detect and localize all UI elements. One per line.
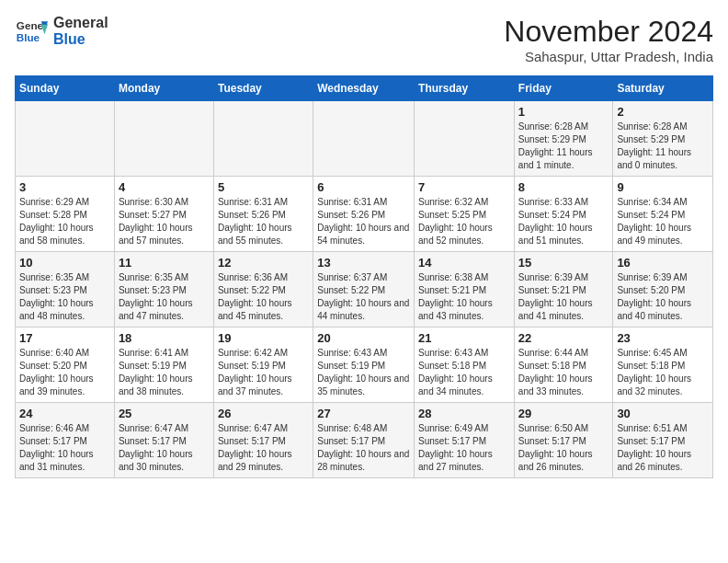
calendar-cell: 22Sunrise: 6:44 AM Sunset: 5:18 PM Dayli…: [514, 327, 613, 403]
day-info: Sunrise: 6:39 AM Sunset: 5:20 PM Dayligh…: [617, 271, 709, 323]
day-number: 24: [19, 407, 110, 420]
day-number: 3: [19, 180, 110, 194]
day-number: 26: [218, 407, 309, 420]
weekday-header-saturday: Saturday: [613, 76, 713, 101]
day-number: 16: [617, 256, 709, 270]
calendar-cell: 23Sunrise: 6:45 AM Sunset: 5:18 PM Dayli…: [613, 327, 713, 403]
day-number: 7: [418, 180, 510, 194]
calendar-cell: 30Sunrise: 6:51 AM Sunset: 5:17 PM Dayli…: [613, 403, 713, 478]
day-info: Sunrise: 6:35 AM Sunset: 5:23 PM Dayligh…: [119, 271, 210, 323]
day-info: Sunrise: 6:30 AM Sunset: 5:27 PM Dayligh…: [119, 196, 210, 247]
day-info: Sunrise: 6:46 AM Sunset: 5:17 PM Dayligh…: [19, 422, 110, 474]
calendar-cell: 15Sunrise: 6:39 AM Sunset: 5:21 PM Dayli…: [514, 252, 613, 327]
day-info: Sunrise: 6:32 AM Sunset: 5:25 PM Dayligh…: [418, 196, 510, 247]
calendar-cell: 16Sunrise: 6:39 AM Sunset: 5:20 PM Dayli…: [613, 252, 713, 327]
day-number: 6: [317, 180, 410, 194]
calendar-cell: 19Sunrise: 6:42 AM Sunset: 5:19 PM Dayli…: [213, 327, 313, 403]
day-number: 20: [317, 331, 410, 345]
calendar-cell: 3Sunrise: 6:29 AM Sunset: 5:28 PM Daylig…: [16, 177, 115, 252]
svg-text:Blue: Blue: [17, 31, 40, 43]
calendar-row-2: 10Sunrise: 6:35 AM Sunset: 5:23 PM Dayli…: [16, 252, 713, 327]
day-number: 10: [19, 256, 110, 270]
day-info: Sunrise: 6:37 AM Sunset: 5:22 PM Dayligh…: [317, 271, 410, 323]
calendar-cell: 28Sunrise: 6:49 AM Sunset: 5:17 PM Dayli…: [415, 403, 515, 478]
day-info: Sunrise: 6:38 AM Sunset: 5:21 PM Dayligh…: [418, 271, 510, 323]
day-info: Sunrise: 6:43 AM Sunset: 5:19 PM Dayligh…: [317, 347, 410, 398]
calendar-body: 1Sunrise: 6:28 AM Sunset: 5:29 PM Daylig…: [16, 101, 713, 478]
day-info: Sunrise: 6:43 AM Sunset: 5:18 PM Dayligh…: [418, 347, 510, 398]
weekday-header-friday: Friday: [514, 76, 613, 101]
day-number: 8: [518, 180, 609, 194]
weekday-header-sunday: Sunday: [16, 76, 115, 101]
day-number: 21: [418, 331, 510, 345]
day-number: 22: [518, 331, 609, 345]
calendar-cell: 6Sunrise: 6:31 AM Sunset: 5:26 PM Daylig…: [313, 177, 415, 252]
calendar-cell: 2Sunrise: 6:28 AM Sunset: 5:29 PM Daylig…: [613, 101, 713, 177]
logo: General Blue General Blue: [15, 15, 108, 48]
calendar-cell: 20Sunrise: 6:43 AM Sunset: 5:19 PM Dayli…: [313, 327, 415, 403]
day-number: 12: [218, 256, 309, 270]
day-info: Sunrise: 6:36 AM Sunset: 5:22 PM Dayligh…: [218, 271, 309, 323]
day-number: 4: [119, 180, 210, 194]
calendar-cell: 18Sunrise: 6:41 AM Sunset: 5:19 PM Dayli…: [114, 327, 213, 403]
calendar-cell: [313, 101, 415, 177]
day-info: Sunrise: 6:31 AM Sunset: 5:26 PM Dayligh…: [218, 196, 309, 247]
title-area: November 2024 Sahaspur, Uttar Pradesh, I…: [504, 15, 713, 64]
day-number: 11: [119, 256, 210, 270]
day-info: Sunrise: 6:47 AM Sunset: 5:17 PM Dayligh…: [218, 422, 309, 474]
day-info: Sunrise: 6:47 AM Sunset: 5:17 PM Dayligh…: [119, 422, 210, 474]
day-info: Sunrise: 6:50 AM Sunset: 5:17 PM Dayligh…: [518, 422, 609, 474]
day-info: Sunrise: 6:33 AM Sunset: 5:24 PM Dayligh…: [518, 196, 609, 247]
day-info: Sunrise: 6:31 AM Sunset: 5:26 PM Dayligh…: [317, 196, 410, 247]
calendar-cell: 8Sunrise: 6:33 AM Sunset: 5:24 PM Daylig…: [514, 177, 613, 252]
logo-general: General: [53, 15, 108, 31]
day-number: 15: [518, 256, 609, 270]
day-info: Sunrise: 6:34 AM Sunset: 5:24 PM Dayligh…: [617, 196, 709, 247]
calendar-row-4: 24Sunrise: 6:46 AM Sunset: 5:17 PM Dayli…: [16, 403, 713, 478]
day-info: Sunrise: 6:28 AM Sunset: 5:29 PM Dayligh…: [518, 121, 609, 172]
day-info: Sunrise: 6:40 AM Sunset: 5:20 PM Dayligh…: [19, 347, 110, 398]
calendar-cell: 24Sunrise: 6:46 AM Sunset: 5:17 PM Dayli…: [16, 403, 115, 478]
calendar-cell: 29Sunrise: 6:50 AM Sunset: 5:17 PM Dayli…: [514, 403, 613, 478]
logo-icon: General Blue: [15, 15, 48, 48]
page-header: General Blue General Blue November 2024 …: [15, 15, 713, 64]
calendar-cell: [16, 101, 115, 177]
calendar-cell: 27Sunrise: 6:48 AM Sunset: 5:17 PM Dayli…: [313, 403, 415, 478]
day-number: 17: [19, 331, 110, 345]
calendar-cell: [213, 101, 313, 177]
day-number: 2: [617, 105, 709, 119]
calendar-cell: 17Sunrise: 6:40 AM Sunset: 5:20 PM Dayli…: [16, 327, 115, 403]
calendar-row-3: 17Sunrise: 6:40 AM Sunset: 5:20 PM Dayli…: [16, 327, 713, 403]
calendar-cell: 12Sunrise: 6:36 AM Sunset: 5:22 PM Dayli…: [213, 252, 313, 327]
weekday-header-monday: Monday: [114, 76, 213, 101]
calendar-cell: 21Sunrise: 6:43 AM Sunset: 5:18 PM Dayli…: [415, 327, 515, 403]
day-info: Sunrise: 6:42 AM Sunset: 5:19 PM Dayligh…: [218, 347, 309, 398]
logo-blue: Blue: [53, 31, 108, 48]
weekday-header-thursday: Thursday: [415, 76, 515, 101]
day-info: Sunrise: 6:28 AM Sunset: 5:29 PM Dayligh…: [617, 121, 709, 172]
day-info: Sunrise: 6:29 AM Sunset: 5:28 PM Dayligh…: [19, 196, 110, 247]
calendar-row-0: 1Sunrise: 6:28 AM Sunset: 5:29 PM Daylig…: [16, 101, 713, 177]
day-number: 28: [418, 407, 510, 420]
day-number: 29: [518, 407, 609, 420]
day-info: Sunrise: 6:39 AM Sunset: 5:21 PM Dayligh…: [518, 271, 609, 323]
day-number: 30: [617, 407, 709, 420]
day-info: Sunrise: 6:35 AM Sunset: 5:23 PM Dayligh…: [19, 271, 110, 323]
day-info: Sunrise: 6:51 AM Sunset: 5:17 PM Dayligh…: [617, 422, 709, 474]
calendar-cell: 4Sunrise: 6:30 AM Sunset: 5:27 PM Daylig…: [114, 177, 213, 252]
day-info: Sunrise: 6:48 AM Sunset: 5:17 PM Dayligh…: [317, 422, 410, 474]
day-number: 13: [317, 256, 410, 270]
calendar-cell: 7Sunrise: 6:32 AM Sunset: 5:25 PM Daylig…: [415, 177, 515, 252]
calendar-cell: 10Sunrise: 6:35 AM Sunset: 5:23 PM Dayli…: [16, 252, 115, 327]
day-number: 27: [317, 407, 410, 420]
day-number: 19: [218, 331, 309, 345]
day-number: 5: [218, 180, 309, 194]
month-title: November 2024: [504, 15, 713, 49]
weekday-header-tuesday: Tuesday: [213, 76, 313, 101]
calendar-cell: 25Sunrise: 6:47 AM Sunset: 5:17 PM Dayli…: [114, 403, 213, 478]
day-info: Sunrise: 6:44 AM Sunset: 5:18 PM Dayligh…: [518, 347, 609, 398]
calendar-cell: 26Sunrise: 6:47 AM Sunset: 5:17 PM Dayli…: [213, 403, 313, 478]
calendar-cell: 9Sunrise: 6:34 AM Sunset: 5:24 PM Daylig…: [613, 177, 713, 252]
day-info: Sunrise: 6:49 AM Sunset: 5:17 PM Dayligh…: [418, 422, 510, 474]
calendar-cell: [415, 101, 515, 177]
